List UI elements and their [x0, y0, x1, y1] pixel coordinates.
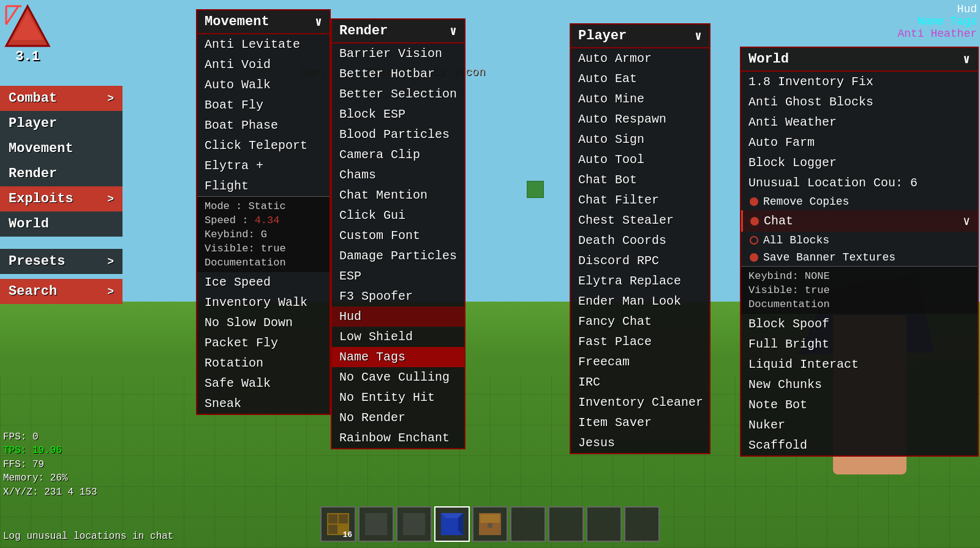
render-item-no-entity-hit[interactable]: No Entity Hit	[332, 387, 464, 408]
world-sub-all-blocks[interactable]: All Blocks	[741, 232, 978, 249]
speed-value[interactable]: 4.34	[255, 215, 280, 226]
world-panel-header[interactable]: World ∨	[741, 48, 978, 72]
world-item-block-logger[interactable]: Block Logger	[741, 153, 978, 173]
hotbar-slot-8[interactable]	[586, 506, 622, 542]
world-item-scaffold[interactable]: Scaffold	[741, 435, 978, 455]
player-item-auto-tool[interactable]: Auto Tool	[571, 150, 709, 170]
movement-item-auto-walk[interactable]: Auto Walk	[197, 75, 330, 95]
movement-item-packet-fly[interactable]: Packet Fly	[197, 333, 330, 353]
hotbar-slot-5[interactable]	[472, 506, 508, 542]
world-item-auto-farm[interactable]: Auto Farm	[741, 132, 978, 153]
render-item-click-gui[interactable]: Click Gui	[332, 205, 464, 226]
world-sub-chat[interactable]: Chat ∨	[741, 210, 978, 232]
nav-item-search[interactable]: Search >	[0, 279, 123, 304]
player-item-inventory-cleaner[interactable]: Inventory Cleaner	[571, 392, 709, 413]
player-item-irc[interactable]: IRC	[571, 372, 709, 392]
player-item-chest-stealer[interactable]: Chest Stealer	[571, 210, 709, 230]
player-item-freecam[interactable]: Freecam	[571, 352, 709, 372]
render-item-better-selection[interactable]: Better Selection	[332, 84, 464, 104]
render-panel-header[interactable]: Render ∨	[332, 20, 464, 44]
movement-item-safe-walk[interactable]: Safe Walk	[197, 373, 330, 394]
world-item-anti-ghost-blocks[interactable]: Anti Ghost Blocks	[741, 92, 978, 112]
hotbar-slot-9[interactable]	[624, 506, 660, 542]
player-item-auto-sign[interactable]: Auto Sign	[571, 129, 709, 150]
player-item-auto-eat[interactable]: Auto Eat	[571, 69, 709, 89]
render-item-name-tags[interactable]: Name Tags	[332, 347, 464, 367]
render-item-esp[interactable]: ESP	[332, 266, 464, 286]
nav-item-player[interactable]: Player	[0, 111, 123, 136]
nav-item-render[interactable]: Render	[0, 161, 123, 186]
movement-item-flight[interactable]: Flight	[197, 176, 330, 196]
world-item-anti-weather[interactable]: Anti Weather	[741, 112, 978, 132]
render-item-chat-mention[interactable]: Chat Mention	[332, 185, 464, 205]
player-item-auto-mine[interactable]: Auto Mine	[571, 89, 709, 109]
render-item-block-esp[interactable]: Block ESP	[332, 104, 464, 124]
hotbar-slot-7[interactable]	[548, 506, 584, 542]
world-item-full-bright[interactable]: Full Bright	[741, 334, 978, 354]
movement-item-anti-void[interactable]: Anti Void	[197, 55, 330, 75]
render-item-rainbow-enchant[interactable]: Rainbow Enchant	[332, 428, 464, 448]
hotbar-slot-6[interactable]	[510, 506, 546, 542]
world-item-note-bot[interactable]: Note Bot	[741, 395, 978, 415]
movement-item-ice-speed[interactable]: Ice Speed	[197, 272, 330, 292]
hotbar: 16	[320, 506, 660, 542]
movement-item-rotation[interactable]: Rotation	[197, 353, 330, 373]
player-item-death-coords[interactable]: Death Coords	[571, 230, 709, 251]
player-item-fancy-chat[interactable]: Fancy Chat	[571, 311, 709, 332]
movement-item-no-slow-down[interactable]: No Slow Down	[197, 313, 330, 333]
config-mode: Mode : Static	[202, 199, 325, 213]
sub-label-all-blocks: All Blocks	[763, 234, 829, 246]
player-item-auto-respawn[interactable]: Auto Respawn	[571, 109, 709, 129]
nav-item-exploits[interactable]: Exploits >	[0, 186, 123, 211]
world-sub-remove-copies[interactable]: Remove Copies	[741, 193, 978, 210]
world-item-nuker[interactable]: Nuker	[741, 415, 978, 435]
nav-item-combat[interactable]: Combat >	[0, 86, 123, 111]
render-item-chams[interactable]: Chams	[332, 165, 464, 185]
render-item-no-cave-culling[interactable]: No Cave Culling	[332, 367, 464, 387]
render-item-better-hotbar[interactable]: Better Hotbar	[332, 64, 464, 84]
player-item-jesus[interactable]: Jesus	[571, 433, 709, 453]
world-sub-save-banner[interactable]: Save Banner Textures	[741, 249, 978, 266]
movement-item-click-teleport[interactable]: Click Teleport	[197, 135, 330, 156]
world-config-documentation[interactable]: Documentation	[746, 297, 973, 311]
render-item-custom-font[interactable]: Custom Font	[332, 226, 464, 246]
player-item-elytra-replace[interactable]: Elytra Replace	[571, 271, 709, 291]
movement-item-inventory-walk[interactable]: Inventory Walk	[197, 292, 330, 313]
render-item-no-render[interactable]: No Render	[332, 408, 464, 428]
render-item-barrier-vision[interactable]: Barrier Vision	[332, 44, 464, 64]
hotbar-slot-4[interactable]	[434, 506, 470, 542]
movement-item-sneak[interactable]: Sneak	[197, 394, 330, 414]
hotbar-slot-1[interactable]: 16	[320, 506, 356, 542]
movement-item-boat-phase[interactable]: Boat Phase	[197, 115, 330, 135]
nav-item-world[interactable]: World	[0, 211, 123, 237]
hotbar-slot-2[interactable]	[358, 506, 394, 542]
render-item-f3-spoofer[interactable]: F3 Spoofer	[332, 286, 464, 306]
movement-item-boat-fly[interactable]: Boat Fly	[197, 95, 330, 115]
player-item-chat-bot[interactable]: Chat Bot	[571, 170, 709, 190]
render-item-low-shield[interactable]: Low Shield	[332, 327, 464, 347]
nav-item-presets[interactable]: Presets >	[0, 249, 123, 274]
world-item-new-chunks[interactable]: New Chunks	[741, 375, 978, 395]
player-item-auto-armor[interactable]: Auto Armor	[571, 48, 709, 69]
player-item-discord-rpc[interactable]: Discord RPC	[571, 251, 709, 271]
player-item-fast-place[interactable]: Fast Place	[571, 332, 709, 352]
player-item-chat-filter[interactable]: Chat Filter	[571, 190, 709, 210]
player-panel-header[interactable]: Player ∨	[571, 25, 709, 48]
hud-chat-log: Log unusual locations in chat	[3, 531, 173, 542]
render-item-camera-clip[interactable]: Camera Clip	[332, 145, 464, 165]
render-item-damage-particles[interactable]: Damage Particles	[332, 246, 464, 266]
render-item-hud[interactable]: Hud	[332, 306, 464, 327]
render-item-blood-particles[interactable]: Blood Particles	[332, 124, 464, 145]
nav-item-movement[interactable]: Movement	[0, 136, 123, 161]
world-item-block-spoof[interactable]: Block Spoof	[741, 314, 978, 334]
world-item-liquid-interact[interactable]: Liquid Interact	[741, 354, 978, 375]
world-item-unusual-location[interactable]: Unusual Location Cou: 6	[741, 173, 978, 193]
player-item-item-saver[interactable]: Item Saver	[571, 413, 709, 433]
player-item-ender-man-look[interactable]: Ender Man Look	[571, 291, 709, 311]
movement-item-elytra-plus[interactable]: Elytra +	[197, 156, 330, 176]
world-item-18-inventory-fix[interactable]: 1.8 Inventory Fix	[741, 72, 978, 92]
hotbar-slot-3[interactable]	[396, 506, 432, 542]
config-documentation[interactable]: Documentation	[202, 256, 325, 270]
movement-panel-header[interactable]: Movement ∨	[197, 10, 330, 34]
movement-item-anti-levitate[interactable]: Anti Levitate	[197, 34, 330, 55]
